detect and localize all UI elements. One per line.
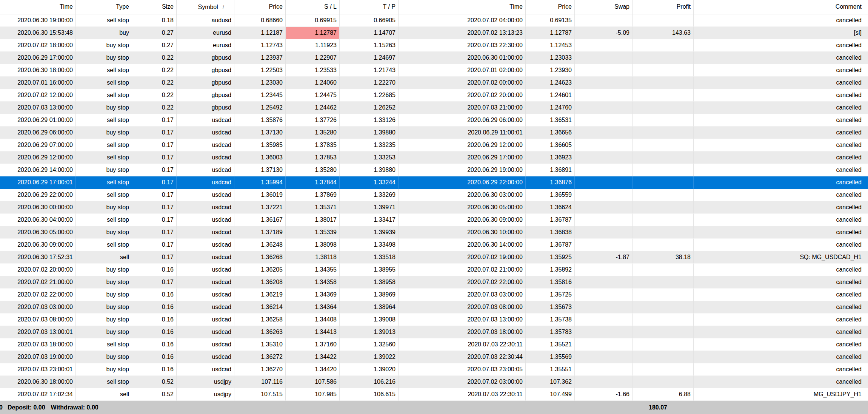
cell-tp: 1.33126 — [340, 114, 399, 127]
cell-sl: 1.34413 — [286, 326, 340, 338]
column-header-swap[interactable]: Swap — [575, 0, 633, 14]
cell-profit — [633, 239, 694, 251]
cell-swap: -1.87 — [575, 251, 633, 264]
cell-tp: 1.33518 — [340, 251, 399, 264]
table-row[interactable]: 2020.06.29 01:00:00 sell stop 0.17 usdca… — [0, 114, 868, 127]
table-row[interactable]: 2020.07.03 13:00:01 buy stop 0.16 usdcad… — [0, 326, 868, 338]
cell-sl: 1.24060 — [286, 77, 340, 89]
cell-swap — [575, 114, 633, 127]
cell-profit — [633, 176, 694, 189]
column-header-open-price[interactable]: Price — [234, 0, 286, 14]
cell-swap — [575, 176, 633, 189]
cell-profit — [633, 276, 694, 289]
table-row[interactable]: 2020.06.30 17:52:31 sell 0.17 usdcad 1.3… — [0, 251, 868, 264]
table-row[interactable]: 2020.07.02 17:02:34 sell 0.52 usdjpy 107… — [0, 388, 868, 401]
cell-profit — [633, 363, 694, 376]
cell-symbol: usdcad — [177, 264, 234, 276]
cell-sl: 1.35280 — [286, 164, 340, 176]
table-row[interactable]: 2020.06.30 04:00:00 sell stop 0.17 usdca… — [0, 214, 868, 226]
table-row[interactable]: 2020.06.29 17:00:00 buy stop 0.22 gbpusd… — [0, 52, 868, 64]
cell-size: 0.52 — [132, 388, 177, 401]
cell-close-price: 1.36531 — [526, 114, 575, 127]
table-row[interactable]: 2020.07.01 16:00:00 sell stop 0.22 gbpus… — [0, 77, 868, 89]
cell-symbol: usdcad — [177, 164, 234, 176]
table-row[interactable]: 2020.07.03 03:00:00 buy stop 0.16 usdcad… — [0, 301, 868, 314]
cell-swap — [575, 201, 633, 214]
cell-profit: 143.63 — [633, 27, 694, 39]
cell-open-time: 2020.07.02 20:00:00 — [0, 264, 76, 276]
column-header-tp[interactable]: T / P — [340, 0, 399, 14]
table-row[interactable]: 2020.06.29 22:00:00 sell stop 0.17 usdca… — [0, 189, 868, 201]
cell-type: sell stop — [76, 176, 132, 189]
table-row[interactable]: 2020.06.29 07:00:00 sell stop 0.17 usdca… — [0, 139, 868, 151]
table-row[interactable]: 2020.06.30 18:00:00 sell stop 0.52 usdjp… — [0, 376, 868, 388]
cell-size: 0.17 — [132, 139, 177, 151]
cell-sl: 1.34364 — [286, 301, 340, 314]
cell-profit — [633, 301, 694, 314]
cell-close-price: 1.36838 — [526, 226, 575, 239]
cell-tp: 1.22685 — [340, 89, 399, 102]
cell-open-price: 1.23937 — [234, 52, 286, 64]
cell-swap — [575, 14, 633, 27]
table-row[interactable]: 2020.06.29 06:00:00 buy stop 0.17 usdcad… — [0, 127, 868, 139]
cell-close-time: 2020.06.29 11:00:01 — [399, 127, 526, 139]
cell-size: 0.22 — [132, 102, 177, 114]
table-row[interactable]: 2020.07.02 22:00:00 buy stop 0.16 usdcad… — [0, 289, 868, 301]
table-row[interactable]: 2020.07.03 13:00:00 buy stop 0.22 gbpusd… — [0, 102, 868, 114]
column-header-sl[interactable]: S / L — [286, 0, 340, 14]
column-header-close-price[interactable]: Price — [526, 0, 575, 14]
table-row[interactable]: 2020.06.29 12:00:00 sell stop 0.17 usdca… — [0, 151, 868, 164]
column-header-close-time[interactable]: Time — [399, 0, 526, 14]
column-header-comment[interactable]: Comment — [694, 0, 868, 14]
cell-type: buy stop — [76, 301, 132, 314]
cell-comment: SQ: MG_USDCAD_H1 — [694, 251, 868, 264]
table-row[interactable]: 2020.07.02 21:00:00 buy stop 0.17 usdcad… — [0, 276, 868, 289]
table-row[interactable]: 2020.06.30 09:00:00 sell stop 0.17 usdca… — [0, 239, 868, 251]
table-row[interactable]: 2020.06.30 15:53:48 buy 0.27 eurusd 1.12… — [0, 27, 868, 39]
cell-close-time: 2020.06.30 01:00:00 — [399, 52, 526, 64]
column-header-symbol[interactable]: Symbol / — [177, 0, 234, 14]
cell-sl: 1.23533 — [286, 64, 340, 77]
cell-type: sell stop — [76, 189, 132, 201]
column-header-profit[interactable]: Profit — [633, 0, 694, 14]
cell-size: 0.17 — [132, 201, 177, 214]
cell-open-price: 1.12187 — [234, 27, 286, 39]
cell-symbol: gbpusd — [177, 102, 234, 114]
table-row[interactable]: 2020.07.02 18:00:00 buy stop 0.27 eurusd… — [0, 39, 868, 52]
table-row[interactable]: 2020.07.02 12:00:00 sell stop 0.22 gbpus… — [0, 89, 868, 102]
table-row[interactable]: 2020.06.30 00:00:00 buy stop 0.17 usdcad… — [0, 201, 868, 214]
table-row[interactable]: 2020.06.29 14:00:00 buy stop 0.17 usdcad… — [0, 164, 868, 176]
cell-close-time: 2020.07.03 03:00:00 — [399, 289, 526, 301]
cell-symbol: usdcad — [177, 301, 234, 314]
cell-size: 0.18 — [132, 14, 177, 27]
column-header-type[interactable]: Type — [76, 0, 132, 14]
table-row[interactable]: 2020.06.30 19:00:00 sell stop 0.18 audus… — [0, 14, 868, 27]
column-header-open-time[interactable]: Time — [0, 0, 76, 14]
cell-comment: cancelled — [694, 114, 868, 127]
cell-size: 0.16 — [132, 351, 177, 363]
cell-symbol: eurusd — [177, 27, 234, 39]
column-header-size[interactable]: Size — [132, 0, 177, 14]
cell-profit — [633, 114, 694, 127]
cell-sl: 1.34358 — [286, 276, 340, 289]
cell-open-time: 2020.07.01 16:00:00 — [0, 77, 76, 89]
table-row[interactable]: 2020.06.29 17:00:01 sell stop 0.17 usdca… — [0, 176, 868, 189]
cell-open-price: 1.36272 — [234, 351, 286, 363]
cell-close-time: 2020.06.29 17:00:00 — [399, 151, 526, 164]
table-row[interactable]: 2020.06.30 18:00:00 sell stop 0.22 gbpus… — [0, 64, 868, 77]
table-row[interactable]: 2020.06.30 05:00:00 buy stop 0.17 usdcad… — [0, 226, 868, 239]
cell-profit — [633, 139, 694, 151]
table-row[interactable]: 2020.07.03 18:00:00 sell stop 0.16 usdca… — [0, 338, 868, 351]
cell-open-price: 1.36214 — [234, 301, 286, 314]
cell-close-price: 1.35673 — [526, 301, 575, 314]
table-row[interactable]: 2020.07.02 20:00:00 buy stop 0.16 usdcad… — [0, 264, 868, 276]
table-row[interactable]: 2020.07.03 23:00:01 buy stop 0.16 usdcad… — [0, 363, 868, 376]
cell-profit — [633, 102, 694, 114]
table-row[interactable]: 2020.07.03 19:00:00 buy stop 0.16 usdcad… — [0, 351, 868, 363]
cell-type: sell — [76, 388, 132, 401]
cell-tp: 0.66905 — [340, 14, 399, 27]
cell-swap — [575, 164, 633, 176]
table-row[interactable]: 2020.07.03 08:00:00 buy stop 0.16 usdcad… — [0, 314, 868, 326]
cell-comment: cancelled — [694, 226, 868, 239]
cell-symbol: usdcad — [177, 314, 234, 326]
